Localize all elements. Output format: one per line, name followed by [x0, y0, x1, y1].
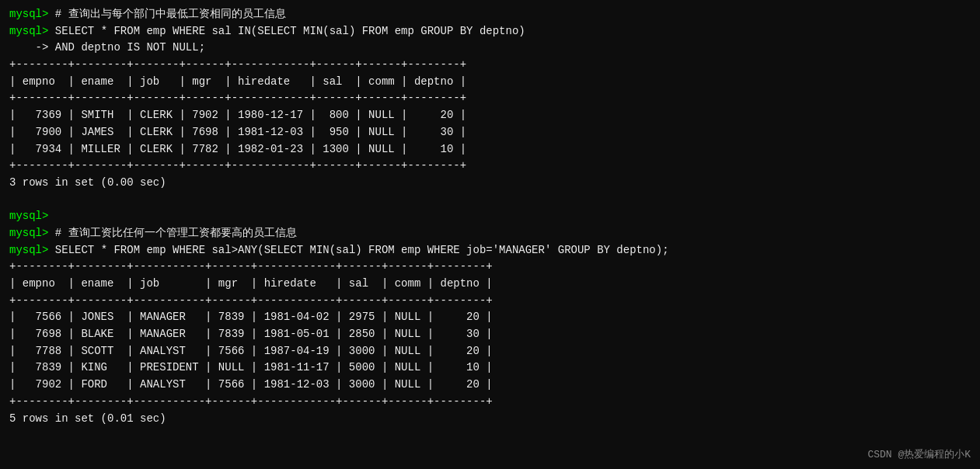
terminal-output: mysql> # 查询出与每个部门中最低工资相同的员工信息 mysql> SEL…	[9, 6, 971, 427]
watermark: CSDN @热爱编程的小K	[867, 447, 971, 461]
